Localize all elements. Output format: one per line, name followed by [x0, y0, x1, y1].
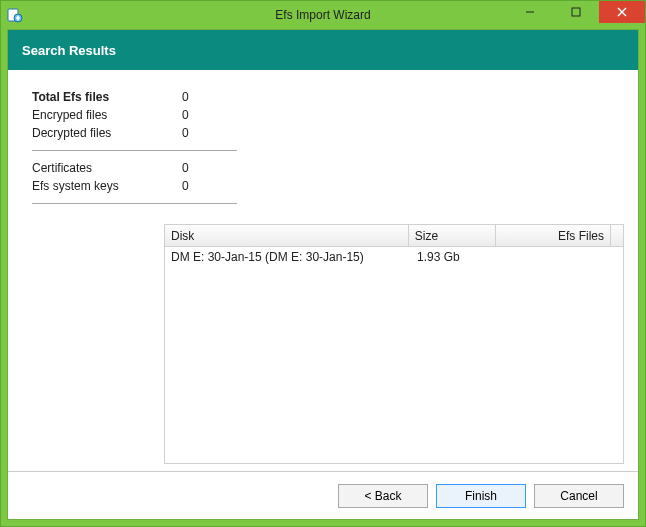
window-frame: Efs Import Wizard Search Results Total E…	[0, 0, 646, 527]
stat-decrypted-value: 0	[182, 126, 189, 140]
separator-1	[32, 150, 237, 151]
stat-certs-label: Certificates	[32, 161, 182, 175]
maximize-button[interactable]	[553, 1, 599, 23]
cell-disk: DM E: 30-Jan-15 (DM E: 30-Jan-15)	[165, 248, 411, 266]
stat-certs-value: 0	[182, 161, 189, 175]
wizard-body: Total Efs files 0 Encryped files 0 Decry…	[8, 70, 638, 471]
client-area: Search Results Total Efs files 0 Encrype…	[7, 29, 639, 520]
col-header-size[interactable]: Size	[409, 225, 496, 246]
back-button[interactable]: < Back	[338, 484, 428, 508]
minimize-button[interactable]	[507, 1, 553, 23]
cell-efs	[499, 255, 615, 259]
stat-syskeys-value: 0	[182, 179, 189, 193]
close-button[interactable]	[599, 1, 645, 23]
finish-button[interactable]: Finish	[436, 484, 526, 508]
col-header-disk[interactable]: Disk	[165, 225, 409, 246]
results-table[interactable]: Disk Size Efs Files DM E: 30-Jan-15 (DM …	[164, 224, 624, 464]
svg-rect-3	[572, 8, 580, 16]
wizard-footer: < Back Finish Cancel	[8, 471, 638, 519]
cell-size: 1.93 Gb	[411, 248, 499, 266]
wizard-header-title: Search Results	[22, 43, 116, 58]
stats-block: Total Efs files 0 Encryped files 0 Decry…	[32, 88, 237, 204]
stat-total-value: 0	[182, 90, 189, 104]
table-row[interactable]: DM E: 30-Jan-15 (DM E: 30-Jan-15) 1.93 G…	[165, 247, 623, 267]
stat-decrypted-label: Decrypted files	[32, 126, 182, 140]
stat-encrypted-value: 0	[182, 108, 189, 122]
stat-total-label: Total Efs files	[32, 90, 182, 104]
table-header-row: Disk Size Efs Files	[165, 225, 623, 247]
stat-syskeys-label: Efs system keys	[32, 179, 182, 193]
cancel-button[interactable]: Cancel	[534, 484, 624, 508]
stat-encrypted-label: Encryped files	[32, 108, 182, 122]
title-bar[interactable]: Efs Import Wizard	[1, 1, 645, 29]
col-header-efs[interactable]: Efs Files	[496, 225, 611, 246]
col-header-pad	[611, 225, 623, 246]
separator-2	[32, 203, 237, 204]
window-controls	[507, 1, 645, 23]
wizard-header: Search Results	[8, 30, 638, 70]
app-icon	[7, 7, 23, 23]
